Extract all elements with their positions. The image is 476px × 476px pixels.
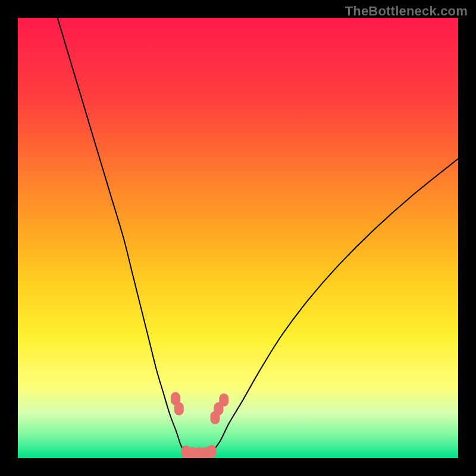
watermark-text: TheBottleneck.com — [345, 4, 468, 19]
plot-area — [18, 18, 458, 458]
chart-svg — [18, 18, 458, 458]
marker-optimal-zone-markers — [207, 445, 217, 458]
marker-optimal-zone-markers — [174, 402, 184, 415]
gradient-background — [18, 18, 458, 458]
marker-optimal-zone-markers — [219, 393, 228, 406]
chart-frame: TheBottleneck.com — [0, 0, 476, 476]
